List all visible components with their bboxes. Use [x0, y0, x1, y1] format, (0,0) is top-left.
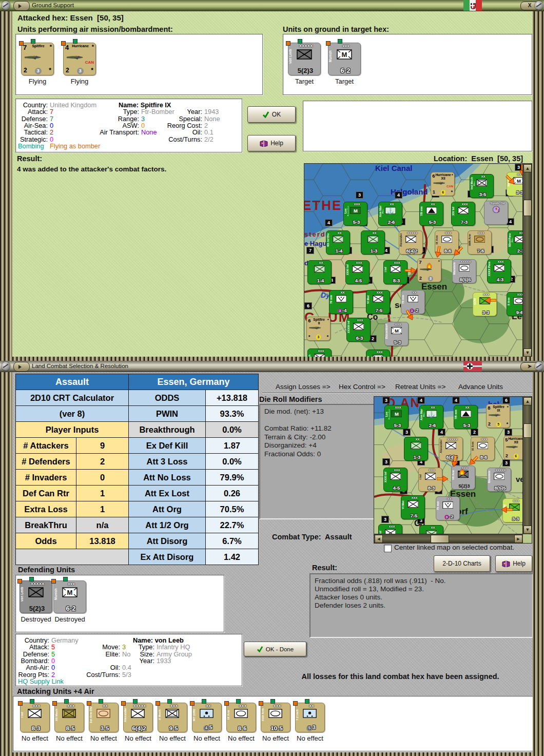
ground-unit-counter[interactable]: AlexanderXXXXX6(4)2: [399, 230, 423, 255]
air-unit-counter[interactable]: 4*HurricaneCAN2*3Flying: [63, 43, 96, 75]
ground-unit-counter[interactable]: MansteinXXXXX8(5)5: [452, 259, 476, 283]
map-ground-support[interactable]: Kiel CanalHelgolandETHEsterdae Hagudasel…: [304, 163, 532, 357]
land-combat-titlebar[interactable]: Land Combat Selection & Resolution ➤: [0, 361, 544, 372]
counter-size: XX: [312, 261, 330, 264]
ground-unit-counter[interactable]: XXXIII InfXXX6-3: [346, 318, 371, 342]
stat-value: Bombing: [18, 142, 44, 150]
ground-unit-counter[interactable]: XX1-3: [361, 230, 385, 255]
ground-unit-counter[interactable]: von LeebXXXXX5(2)3Destroyed: [20, 580, 52, 613]
scroll-up-icon[interactable]: ▲: [523, 397, 532, 405]
ground-unit-counter[interactable]: Synth. Oil1: [484, 201, 508, 225]
ground-unit-counter[interactable]: 7/8 mmXX5-3: [454, 405, 478, 429]
map-place-label: ETHE: [304, 198, 342, 214]
ground-unit-counter[interactable]: XXX ArmXXX10-5No effect: [261, 703, 290, 732]
scroll-thumb[interactable]: [523, 200, 532, 216]
help-button[interactable]: Help: [495, 555, 532, 572]
ground-unit-counter[interactable]: VI MotXXX7-5: [366, 290, 390, 314]
menu-hex-control[interactable]: Hex Control =>: [339, 383, 385, 391]
ground-unit-counter[interactable]: XX1-3: [404, 437, 428, 461]
ground-unit-counter[interactable]: 7.2 inchXX53No effect: [295, 703, 325, 732]
ground-unit-counter[interactable]: 76 mmXX3-4: [329, 290, 353, 314]
scroll-thumb[interactable]: [523, 423, 532, 438]
ground-unit-counter[interactable]: XX1-4: [307, 260, 332, 284]
ground-unit-counter[interactable]: X MechXXX9-5No effect: [158, 703, 187, 732]
window-tab-icon[interactable]: [13, 1, 30, 11]
ground-unit-counter[interactable]: Ind Mech DivXX3-5: [470, 174, 494, 198]
ground-unit-counter[interactable]: Arm Mar DivXX⚓2-6: [378, 202, 402, 226]
counter-size: XXX: [511, 293, 523, 296]
ground-unit-counter[interactable]: 75 mmXX3-2: [401, 290, 425, 314]
ground-unit-counter[interactable]: XIV InfXXX7-3: [451, 202, 475, 226]
ground-support-titlebar[interactable]: Ground Support X: [0, 0, 544, 11]
ground-unit-counter[interactable]: MechXXX: [307, 348, 332, 357]
counter-top-row: 6*SpitfireII: [308, 318, 329, 323]
ground-unit-counter[interactable]: XXXI InfXXX4-5: [345, 260, 370, 284]
ground-unit-counter[interactable]: 7/8 mmXX5-3: [419, 202, 443, 226]
help-button-label: Help: [513, 560, 526, 567]
ground-unit-counter[interactable]: GarrXXXM: [366, 350, 390, 357]
stats-line: HQ Supply Link: [16, 677, 242, 684]
ground-unit-counter[interactable]: WIN ArmXXX7-6: [468, 230, 492, 255]
ground-unit-counter[interactable]: Los AngelesXXXM5-3: [343, 202, 367, 226]
air-unit-counter[interactable]: 7*Spitfire2*3Flying: [21, 43, 54, 75]
scroll-down-icon[interactable]: ▼: [523, 526, 532, 534]
ground-unit-counter[interactable]: MunichxxxM6-2Destroyed: [53, 580, 86, 613]
ground-unit-counter[interactable]: DüsseldorfXXXM5-3: [384, 322, 409, 346]
hex-coordinate-badge: 3: [356, 191, 363, 199]
air-unit-counter[interactable]: 6*SpitfireII**3: [306, 317, 331, 341]
map-place-label: Kiel Canal: [375, 164, 413, 172]
aircraft-icon: [488, 412, 501, 417]
air-unit-counter[interactable]: 6*HurricaneXIICAN1*6: [431, 172, 455, 196]
window-tab-icon[interactable]: [13, 362, 30, 372]
air-unit-counter[interactable]: 8*SpitfireIX2*5: [486, 404, 510, 428]
ground-unit-counter[interactable]: 4th Inf DivXX1-4: [326, 230, 350, 255]
map-land-combat[interactable]: D ANhelEssenseldorfCove3446342334232233L…: [374, 396, 532, 544]
counter-size: XXXXX: [443, 438, 461, 441]
ground-unit-counter[interactable]: 82nd Para DivXX2-3: [508, 230, 523, 255]
map-vertical-scrollbar[interactable]: ▲ ▼: [522, 164, 532, 357]
ground-unit-counter[interactable]: XII MechXXX8-5No effect: [54, 703, 84, 732]
air-unit-counter[interactable]: 5*HurricaneXII2*6: [503, 436, 523, 460]
ground-unit-counter[interactable]: MansteinXXXXX8(5)5: [487, 468, 511, 492]
crt-version: (ver 8): [16, 406, 129, 422]
menu-retreat-units[interactable]: Retreat Units =>: [395, 383, 445, 391]
ground-unit-counter[interactable]: VI MotXXX7-5: [401, 495, 425, 519]
ground-unit-counter[interactable]: Arm Mar DivXX⚓2-6: [419, 405, 443, 429]
map-horizontal-scrollbar[interactable]: ◄ ►: [374, 534, 523, 543]
ground-unit-counter[interactable]: 1st Arm DivXX3-5No effect: [89, 703, 119, 732]
ground-unit-counter[interactable]: I InfXXX8-3: [383, 260, 407, 284]
scroll-up-icon[interactable]: ▲: [523, 164, 532, 172]
ground-unit-counter[interactable]: M7 (105)XX45No effect: [192, 703, 222, 732]
ground-unit-counter[interactable]: XXXI InfXXX4-5: [383, 468, 407, 492]
air-unit-counter[interactable]: 7*23: [417, 258, 441, 282]
help-button[interactable]: Help: [247, 135, 296, 151]
ground-unit-counter[interactable]: von LeebXXXXX5(2)3Target: [288, 43, 321, 75]
scroll-thumb[interactable]: [431, 535, 449, 543]
map-vertical-scrollbar[interactable]: ▲ ▼: [522, 397, 532, 534]
center-map-checkbox[interactable]: [384, 545, 392, 552]
map-viewport[interactable]: Kiel CanalHelgolandETHEsterdae Hagudasel…: [304, 164, 523, 357]
stats-line: Defense:7Range:3Special:None: [16, 115, 242, 122]
ground-unit-counter[interactable]: MunichxxxM6-2Target: [328, 43, 361, 75]
ground-unit-counter[interactable]: 75 mmXX3-2: [436, 496, 460, 520]
menu-advance-units[interactable]: Advance Units: [458, 383, 503, 391]
ground-unit-counter[interactable]: Los AngelesXXXM5-3: [384, 405, 409, 429]
map-viewport[interactable]: D ANhelEssenseldorfCove3446342334232233L…: [374, 397, 523, 534]
scroll-right-icon[interactable]: ►: [514, 535, 522, 543]
location-label: Location: Essen [50, 35]: [434, 154, 523, 163]
ground-unit-counter[interactable]: II ArmXXX9-6: [507, 292, 523, 316]
ground-unit-counter[interactable]: I InfXXX: [378, 524, 402, 534]
ground-unit-counter[interactable]: VII ArmXXX5(2)3: [451, 466, 475, 490]
menu-assign-losses[interactable]: Assign Losses =>: [276, 383, 331, 391]
ok-done-button[interactable]: OK - Done: [244, 642, 306, 656]
scroll-left-icon[interactable]: ◄: [375, 535, 383, 543]
ok-button[interactable]: OK: [247, 106, 296, 123]
ground-unit-counter[interactable]: IX ArmXXX8-6No effect: [226, 703, 256, 732]
window-title: Land Combat Selection & Resolution: [32, 363, 128, 369]
ground-unit-counter[interactable]: XX: [419, 525, 443, 534]
ground-unit-counter[interactable]: I InfXXX8-3No effect: [20, 703, 50, 732]
charts-button[interactable]: 2-D-10 Charts: [434, 555, 490, 572]
ground-unit-counter[interactable]: AlexanderXXXXX6(4)2No effect: [123, 703, 153, 732]
scroll-down-icon[interactable]: ▼: [523, 348, 532, 357]
ground-unit-counter[interactable]: XXXX ParaXXX4-3: [487, 259, 511, 283]
